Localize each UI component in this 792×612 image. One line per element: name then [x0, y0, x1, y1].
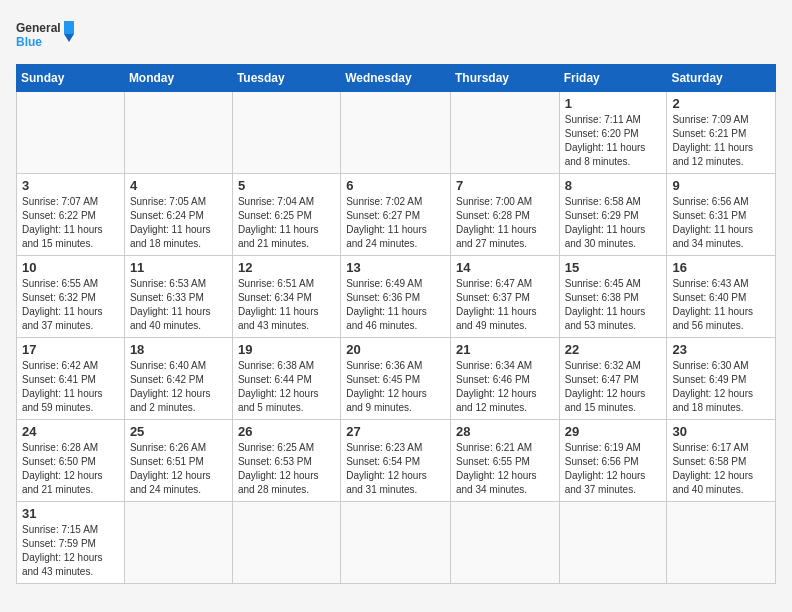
day-number: 12: [238, 260, 335, 275]
calendar-header-row: SundayMondayTuesdayWednesdayThursdayFrid…: [17, 65, 776, 92]
day-number: 21: [456, 342, 554, 357]
calendar-cell: [450, 92, 559, 174]
calendar-cell: 11Sunrise: 6:53 AM Sunset: 6:33 PM Dayli…: [124, 256, 232, 338]
day-info: Sunrise: 7:09 AM Sunset: 6:21 PM Dayligh…: [672, 113, 770, 169]
calendar: SundayMondayTuesdayWednesdayThursdayFrid…: [16, 64, 776, 584]
week-row-2: 10Sunrise: 6:55 AM Sunset: 6:32 PM Dayli…: [17, 256, 776, 338]
calendar-cell: 24Sunrise: 6:28 AM Sunset: 6:50 PM Dayli…: [17, 420, 125, 502]
calendar-cell: [124, 502, 232, 584]
day-info: Sunrise: 7:00 AM Sunset: 6:28 PM Dayligh…: [456, 195, 554, 251]
day-number: 31: [22, 506, 119, 521]
day-number: 3: [22, 178, 119, 193]
week-row-5: 31Sunrise: 7:15 AM Sunset: 7:59 PM Dayli…: [17, 502, 776, 584]
day-number: 20: [346, 342, 445, 357]
day-info: Sunrise: 6:42 AM Sunset: 6:41 PM Dayligh…: [22, 359, 119, 415]
calendar-cell: [341, 92, 451, 174]
calendar-cell: [341, 502, 451, 584]
day-info: Sunrise: 6:19 AM Sunset: 6:56 PM Dayligh…: [565, 441, 662, 497]
calendar-cell: 15Sunrise: 6:45 AM Sunset: 6:38 PM Dayli…: [559, 256, 667, 338]
day-number: 24: [22, 424, 119, 439]
calendar-cell: 20Sunrise: 6:36 AM Sunset: 6:45 PM Dayli…: [341, 338, 451, 420]
day-info: Sunrise: 7:15 AM Sunset: 7:59 PM Dayligh…: [22, 523, 119, 579]
day-number: 10: [22, 260, 119, 275]
day-info: Sunrise: 6:47 AM Sunset: 6:37 PM Dayligh…: [456, 277, 554, 333]
day-info: Sunrise: 6:49 AM Sunset: 6:36 PM Dayligh…: [346, 277, 445, 333]
svg-marker-2: [64, 21, 74, 34]
calendar-cell: 27Sunrise: 6:23 AM Sunset: 6:54 PM Dayli…: [341, 420, 451, 502]
day-info: Sunrise: 6:36 AM Sunset: 6:45 PM Dayligh…: [346, 359, 445, 415]
svg-marker-3: [64, 34, 74, 42]
day-number: 11: [130, 260, 227, 275]
calendar-cell: 19Sunrise: 6:38 AM Sunset: 6:44 PM Dayli…: [232, 338, 340, 420]
calendar-cell: 28Sunrise: 6:21 AM Sunset: 6:55 PM Dayli…: [450, 420, 559, 502]
day-number: 16: [672, 260, 770, 275]
calendar-cell: 14Sunrise: 6:47 AM Sunset: 6:37 PM Dayli…: [450, 256, 559, 338]
day-info: Sunrise: 6:51 AM Sunset: 6:34 PM Dayligh…: [238, 277, 335, 333]
calendar-cell: 2Sunrise: 7:09 AM Sunset: 6:21 PM Daylig…: [667, 92, 776, 174]
day-info: Sunrise: 6:38 AM Sunset: 6:44 PM Dayligh…: [238, 359, 335, 415]
day-info: Sunrise: 6:56 AM Sunset: 6:31 PM Dayligh…: [672, 195, 770, 251]
weekday-header-thursday: Thursday: [450, 65, 559, 92]
calendar-cell: 18Sunrise: 6:40 AM Sunset: 6:42 PM Dayli…: [124, 338, 232, 420]
calendar-cell: 12Sunrise: 6:51 AM Sunset: 6:34 PM Dayli…: [232, 256, 340, 338]
calendar-cell: 31Sunrise: 7:15 AM Sunset: 7:59 PM Dayli…: [17, 502, 125, 584]
calendar-cell: [450, 502, 559, 584]
day-info: Sunrise: 6:58 AM Sunset: 6:29 PM Dayligh…: [565, 195, 662, 251]
weekday-header-monday: Monday: [124, 65, 232, 92]
calendar-cell: [124, 92, 232, 174]
calendar-cell: [559, 502, 667, 584]
week-row-0: 1Sunrise: 7:11 AM Sunset: 6:20 PM Daylig…: [17, 92, 776, 174]
calendar-cell: 13Sunrise: 6:49 AM Sunset: 6:36 PM Dayli…: [341, 256, 451, 338]
day-info: Sunrise: 7:07 AM Sunset: 6:22 PM Dayligh…: [22, 195, 119, 251]
calendar-cell: [17, 92, 125, 174]
day-number: 1: [565, 96, 662, 111]
weekday-header-friday: Friday: [559, 65, 667, 92]
logo: General Blue: [16, 16, 76, 56]
day-number: 2: [672, 96, 770, 111]
day-number: 17: [22, 342, 119, 357]
calendar-cell: 23Sunrise: 6:30 AM Sunset: 6:49 PM Dayli…: [667, 338, 776, 420]
svg-text:Blue: Blue: [16, 35, 42, 49]
day-number: 25: [130, 424, 227, 439]
day-number: 9: [672, 178, 770, 193]
day-number: 28: [456, 424, 554, 439]
calendar-cell: 16Sunrise: 6:43 AM Sunset: 6:40 PM Dayli…: [667, 256, 776, 338]
day-number: 19: [238, 342, 335, 357]
day-info: Sunrise: 6:45 AM Sunset: 6:38 PM Dayligh…: [565, 277, 662, 333]
day-info: Sunrise: 6:21 AM Sunset: 6:55 PM Dayligh…: [456, 441, 554, 497]
calendar-cell: 3Sunrise: 7:07 AM Sunset: 6:22 PM Daylig…: [17, 174, 125, 256]
day-number: 22: [565, 342, 662, 357]
day-number: 26: [238, 424, 335, 439]
calendar-cell: [667, 502, 776, 584]
calendar-cell: 5Sunrise: 7:04 AM Sunset: 6:25 PM Daylig…: [232, 174, 340, 256]
day-info: Sunrise: 6:32 AM Sunset: 6:47 PM Dayligh…: [565, 359, 662, 415]
day-info: Sunrise: 6:23 AM Sunset: 6:54 PM Dayligh…: [346, 441, 445, 497]
header-section: General Blue: [16, 16, 776, 56]
day-info: Sunrise: 6:40 AM Sunset: 6:42 PM Dayligh…: [130, 359, 227, 415]
day-number: 23: [672, 342, 770, 357]
day-info: Sunrise: 6:26 AM Sunset: 6:51 PM Dayligh…: [130, 441, 227, 497]
weekday-header-sunday: Sunday: [17, 65, 125, 92]
day-info: Sunrise: 6:34 AM Sunset: 6:46 PM Dayligh…: [456, 359, 554, 415]
day-info: Sunrise: 6:17 AM Sunset: 6:58 PM Dayligh…: [672, 441, 770, 497]
day-number: 4: [130, 178, 227, 193]
day-info: Sunrise: 6:28 AM Sunset: 6:50 PM Dayligh…: [22, 441, 119, 497]
day-number: 8: [565, 178, 662, 193]
day-number: 5: [238, 178, 335, 193]
day-info: Sunrise: 7:11 AM Sunset: 6:20 PM Dayligh…: [565, 113, 662, 169]
day-number: 15: [565, 260, 662, 275]
day-number: 6: [346, 178, 445, 193]
day-number: 27: [346, 424, 445, 439]
calendar-cell: 30Sunrise: 6:17 AM Sunset: 6:58 PM Dayli…: [667, 420, 776, 502]
day-number: 30: [672, 424, 770, 439]
day-number: 18: [130, 342, 227, 357]
weekday-header-tuesday: Tuesday: [232, 65, 340, 92]
day-info: Sunrise: 6:53 AM Sunset: 6:33 PM Dayligh…: [130, 277, 227, 333]
day-info: Sunrise: 6:55 AM Sunset: 6:32 PM Dayligh…: [22, 277, 119, 333]
day-number: 7: [456, 178, 554, 193]
calendar-cell: 1Sunrise: 7:11 AM Sunset: 6:20 PM Daylig…: [559, 92, 667, 174]
calendar-cell: 22Sunrise: 6:32 AM Sunset: 6:47 PM Dayli…: [559, 338, 667, 420]
week-row-4: 24Sunrise: 6:28 AM Sunset: 6:50 PM Dayli…: [17, 420, 776, 502]
day-info: Sunrise: 6:43 AM Sunset: 6:40 PM Dayligh…: [672, 277, 770, 333]
calendar-cell: 7Sunrise: 7:00 AM Sunset: 6:28 PM Daylig…: [450, 174, 559, 256]
